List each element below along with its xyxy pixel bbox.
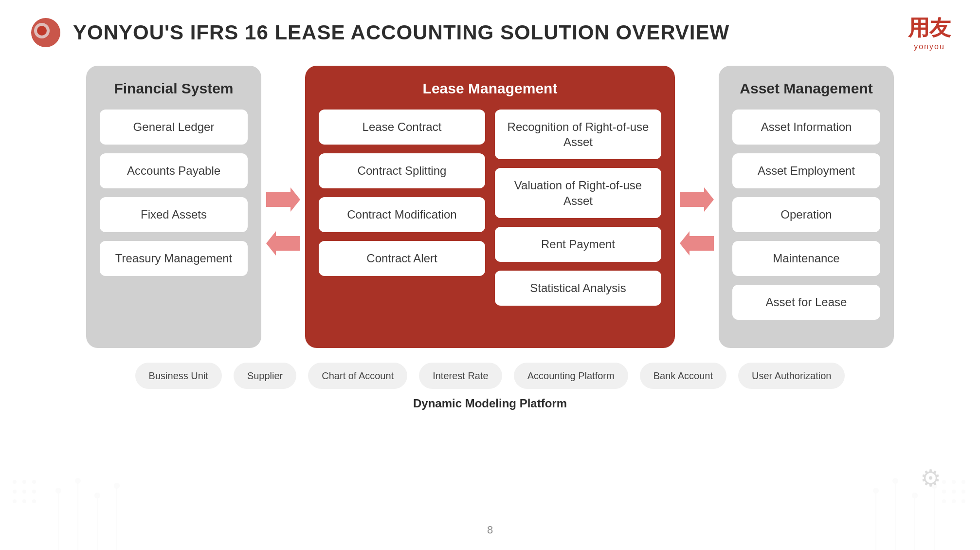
lease-left-col: Lease Contract Contract Splitting Contra…: [319, 110, 485, 333]
asset-item-operation: Operation: [732, 197, 880, 232]
lease-item-rent: Rent Payment: [495, 227, 661, 262]
page-title: YONYOU'S IFRS 16 LEASE ACCOUNTING SOLUTI…: [73, 21, 729, 44]
lease-management-title: Lease Management: [319, 80, 661, 97]
svg-point-12: [32, 490, 36, 494]
svg-point-36: [952, 490, 956, 494]
financial-item-treasury: Treasury Management: [100, 241, 248, 276]
logo-cn: 用友: [908, 14, 951, 42]
svg-point-25: [873, 488, 878, 493]
svg-point-13: [13, 499, 17, 503]
svg-point-27: [893, 478, 898, 483]
lease-item-recognition: Recognition of Right-of-use Asset: [495, 110, 661, 159]
svg-point-40: [962, 499, 965, 503]
header: YONYOU'S IFRS 16 LEASE ACCOUNTING SOLUTI…: [0, 0, 980, 56]
lease-item-statistical: Statistical Analysis: [495, 271, 661, 306]
logo-en: yonyou: [914, 42, 945, 51]
svg-point-17: [56, 488, 61, 493]
financial-system-title: Financial System: [100, 80, 248, 97]
svg-point-9: [32, 480, 36, 484]
lease-item-contract: Lease Contract: [319, 110, 485, 145]
arrow-right-top: [266, 187, 300, 212]
svg-point-7: [13, 480, 17, 484]
svg-point-33: [952, 480, 956, 484]
svg-point-35: [942, 490, 946, 494]
platform-item-supplier: Supplier: [234, 363, 296, 389]
platform-items: Business Unit Supplier Chart of Account …: [135, 363, 845, 389]
platform-item-interest: Interest Rate: [419, 363, 502, 389]
svg-point-38: [942, 499, 946, 503]
svg-marker-6: [680, 231, 714, 256]
lease-item-splitting: Contract Splitting: [319, 153, 485, 188]
svg-point-2: [37, 26, 47, 36]
lease-right-col: Recognition of Right-of-use Asset Valuat…: [495, 110, 661, 333]
columns-layout: Financial System General Ledger Accounts…: [29, 66, 951, 348]
lease-item-alert: Contract Alert: [319, 241, 485, 276]
svg-marker-3: [266, 187, 300, 212]
svg-point-32: [942, 480, 946, 484]
platform-item-bank: Bank Account: [640, 363, 726, 389]
gear-icon: ⚙: [920, 464, 941, 492]
svg-marker-5: [680, 187, 714, 212]
svg-point-21: [95, 493, 100, 498]
platform-item-accounting: Accounting Platform: [514, 363, 628, 389]
platform-item-business-unit: Business Unit: [135, 363, 222, 389]
lease-item-valuation: Valuation of Right-of-use Asset: [495, 168, 661, 218]
svg-point-19: [75, 478, 80, 483]
svg-point-15: [32, 499, 36, 503]
financial-system-panel: Financial System General Ledger Accounts…: [86, 66, 261, 348]
svg-marker-4: [266, 231, 300, 256]
svg-point-37: [962, 490, 965, 494]
right-arrows: [675, 187, 719, 256]
svg-point-10: [13, 490, 17, 494]
asset-item-maintenance: Maintenance: [732, 241, 880, 276]
financial-item-general-ledger: General Ledger: [100, 110, 248, 145]
platform-item-user: User Authorization: [738, 363, 845, 389]
svg-point-29: [912, 493, 917, 498]
platform-label: Dynamic Modeling Platform: [413, 397, 567, 410]
yonyou-logo-circle: [29, 16, 62, 49]
asset-item-information: Asset Information: [732, 110, 880, 145]
header-left: YONYOU'S IFRS 16 LEASE ACCOUNTING SOLUTI…: [29, 16, 729, 49]
asset-item-for-lease: Asset for Lease: [732, 285, 880, 320]
financial-item-fixed-assets: Fixed Assets: [100, 197, 248, 232]
svg-point-23: [114, 483, 119, 488]
asset-item-employment: Asset Employment: [732, 153, 880, 188]
left-arrows: [261, 187, 305, 256]
financial-item-accounts-payable: Accounts Payable: [100, 153, 248, 188]
platform-section: Business Unit Supplier Chart of Account …: [29, 363, 951, 410]
svg-point-8: [22, 480, 26, 484]
arrow-left-bottom2: [680, 231, 714, 256]
page-number: 8: [487, 524, 493, 536]
lease-item-modification: Contract Modification: [319, 197, 485, 232]
lease-management-panel: Lease Management Lease Contract Contract…: [305, 66, 675, 348]
svg-point-34: [962, 480, 965, 484]
asset-management-panel: Asset Management Asset Information Asset…: [719, 66, 894, 348]
asset-management-title: Asset Management: [732, 80, 880, 97]
arrow-right-top2: [680, 187, 714, 212]
arrow-left-bottom: [266, 231, 300, 256]
svg-point-39: [952, 499, 956, 503]
lease-management-inner: Lease Contract Contract Splitting Contra…: [319, 110, 661, 333]
svg-point-14: [22, 499, 26, 503]
brand-logo: 用友 yonyou: [908, 14, 951, 51]
platform-item-chart: Chart of Account: [308, 363, 407, 389]
svg-point-11: [22, 490, 26, 494]
main-content: Financial System General Ledger Accounts…: [0, 56, 980, 415]
